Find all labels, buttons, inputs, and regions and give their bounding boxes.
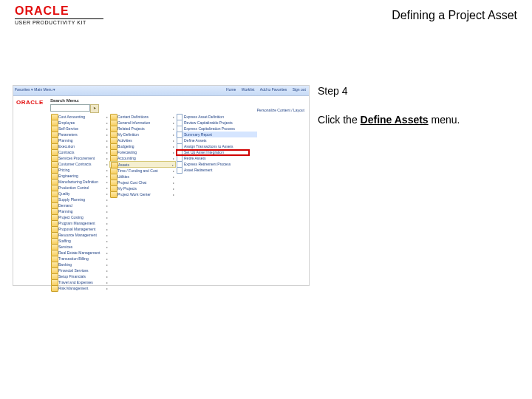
menu-item[interactable]: Staffing▸ [50,238,109,244]
menu-item[interactable]: Setup Financials▸ [50,273,109,279]
menu-item[interactable]: Demand▸ [50,202,109,208]
oracle-logo: ORACLE USER PRODUCTIVITY KIT [15,4,103,25]
menu-col-3: Express Asset DefinitionReview Capitaliz… [176,114,257,173]
menu-item[interactable]: Parameters▸ [50,132,109,137]
personalize-link[interactable]: Personalize Content / Layout [257,108,304,112]
menu-item[interactable]: Banking▸ [50,262,109,267]
menu-item[interactable]: Asset Retirement [176,167,257,173]
topbar-right: Home Worklist Add to Favorites Sign out [222,87,306,92]
menu-item[interactable]: Summary Report [176,132,257,137]
search-label: Search Menu: [50,98,79,103]
menu-item[interactable]: Program Management▸ [50,220,109,226]
menu-col-1: Cost Accounting▸Employee▸Self-Service▸Pa… [50,114,109,291]
menu-item[interactable]: Assign Transactions to Assets [176,143,257,149]
menu-item[interactable]: Cost Accounting▸ [50,114,109,120]
instruction-text: Click the Define Assets menu. [318,113,517,126]
menu-item[interactable]: Employee▸ [50,120,109,126]
menu-item[interactable]: Planning▸ [50,208,109,214]
highlight-define-assets[interactable] [176,149,250,156]
app-topbar: Favorites ▾ Main Menu ▾ Home Worklist Ad… [13,86,309,96]
logo-divider [15,18,103,19]
menu-item[interactable]: Related Projects▸ [109,126,176,132]
menu-item[interactable]: Time / Funding and Cost▸ [109,168,176,174]
menu-item[interactable]: Project Work Center▸ [109,191,176,197]
menu-item[interactable]: Forecasting▸ [109,149,176,155]
menu-item[interactable]: Self-Service▸ [50,126,109,132]
app-brand: ORACLE [16,99,44,106]
menu-item[interactable]: My Projects▸ [109,185,176,191]
menu-item[interactable]: Risk Management▸ [50,285,109,291]
menu-col-2: Contact Definitions▸General Information▸… [109,114,176,197]
menu-item[interactable]: Express Asset Definition [176,114,257,120]
topbar-left[interactable]: Favorites ▾ Main Menu ▾ [15,87,55,92]
menu-item[interactable]: Assets▸ [109,161,176,168]
menu-item[interactable]: Utilities▸ [109,174,176,180]
page-title: Defining a Project Asset [392,9,517,22]
menu-item[interactable]: Budgeting▸ [109,143,176,149]
step-label: Step 4 [318,85,517,97]
menu-item[interactable]: Contracts▸ [50,149,109,155]
menu-item[interactable]: Activities▸ [109,137,176,143]
menu-item[interactable]: Services Procurement▸ [50,155,109,161]
menu-item[interactable]: Manufacturing Definition▸ [50,179,109,185]
logo-subtitle: USER PRODUCTIVITY KIT [15,20,103,25]
menu-item[interactable]: Travel and Expenses▸ [50,279,109,285]
search-go-button[interactable]: ➤ [90,104,99,113]
action-suffix: menu. [429,114,460,126]
logo-brand: ORACLE [15,4,103,18]
menu-item[interactable]: Quality▸ [50,191,109,197]
menu-item[interactable]: Retire Assets [176,155,257,161]
menu-item[interactable]: Project Cost Chat▸ [109,180,176,185]
instruction-panel: Step 4 Click the Define Assets menu. [318,85,517,126]
menu-item[interactable]: Project Costing▸ [50,214,109,220]
menu-item[interactable]: Define Assets [176,137,257,143]
menu-item[interactable]: General Information▸ [109,120,176,126]
menu-item[interactable]: Contact Definitions▸ [109,114,176,120]
topbar-link-home[interactable]: Home [226,87,236,92]
search-input[interactable] [50,104,90,112]
menu-item[interactable]: Review Capitalizable Projects [176,120,257,126]
menu-item[interactable]: Resource Management▸ [50,232,109,238]
action-prefix: Click the [318,114,361,126]
topbar-link-worklist[interactable]: Worklist [242,87,255,92]
menu-item[interactable]: Production Control▸ [50,185,109,191]
menu-item[interactable]: Planning▸ [50,137,109,143]
menu-item[interactable]: Engineering▸ [50,173,109,179]
menu-item[interactable]: Real Estate Management▸ [50,250,109,256]
menu-item[interactable]: Financial Services▸ [50,267,109,273]
menu-item[interactable]: My Definition▸ [109,132,176,137]
menu-item[interactable]: Transaction Billing▸ [50,256,109,262]
action-target: Define Assets [361,114,429,126]
menu-item[interactable]: Supply Planning▸ [50,197,109,202]
menu-item[interactable]: Accounting▸ [109,155,176,161]
menu-item[interactable]: Services▸ [50,244,109,250]
menu-item[interactable]: Execution▸ [50,143,109,149]
topbar-link-favorites[interactable]: Add to Favorites [260,87,287,92]
menu-item[interactable]: Customer Contracts▸ [50,161,109,167]
menu-item[interactable]: Express Capitalization Process [176,126,257,132]
menu-item[interactable]: Express Retirement Process [176,161,257,167]
topbar-link-signout[interactable]: Sign out [293,87,306,92]
menu-item[interactable]: Proposal Management▸ [50,226,109,232]
app-screenshot: Favorites ▾ Main Menu ▾ Home Worklist Ad… [13,85,310,286]
menu-item[interactable]: Pricing▸ [50,167,109,173]
